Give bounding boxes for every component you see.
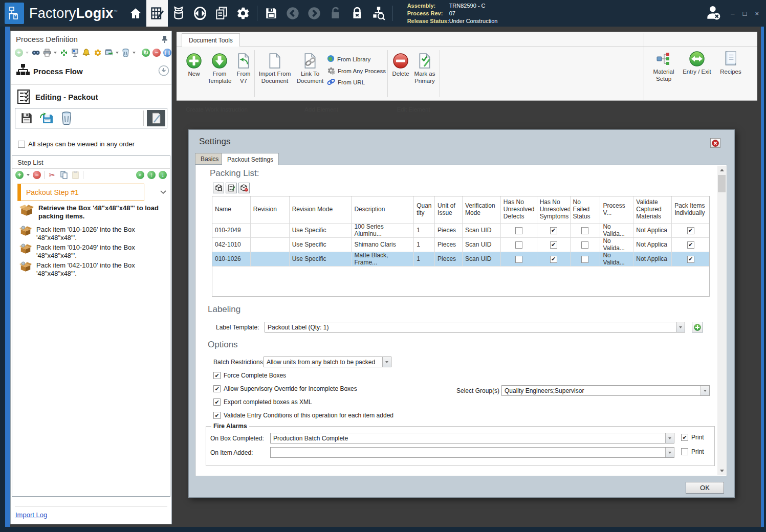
export-xml-checkbox[interactable]: [213, 398, 221, 406]
save-as-icon[interactable]: [38, 110, 55, 126]
dialog-close-button[interactable]: [710, 138, 720, 148]
from-library-button[interactable]: From Library: [327, 55, 370, 63]
add-label-template-button[interactable]: [692, 322, 703, 332]
chevron-down-icon[interactable]: [676, 322, 685, 332]
on-box-print-row[interactable]: Print: [681, 434, 704, 441]
ok-button[interactable]: OK: [686, 482, 724, 494]
delete-step-icon[interactable]: [58, 110, 75, 126]
refresh-icon[interactable]: ↻: [142, 49, 150, 57]
col-header[interactable]: Pack Items Individually: [672, 196, 709, 223]
table-row[interactable]: 010-2049 Use Specific 100 Series Aluminu…: [212, 224, 709, 238]
validate-entry-checkbox[interactable]: [213, 412, 221, 419]
bell-icon[interactable]: [82, 48, 91, 57]
select-groups-select[interactable]: Quality Engineers;Supervisor: [501, 385, 710, 396]
allow-override-checkbox[interactable]: [213, 385, 221, 392]
checkbox[interactable]: [515, 256, 522, 263]
recipes-button[interactable]: Recipes: [717, 50, 745, 76]
checkbox[interactable]: [550, 256, 557, 263]
print-icon[interactable]: [42, 48, 51, 57]
col-header[interactable]: Validate Captured Materials: [633, 196, 672, 223]
save-step-icon[interactable]: [18, 110, 35, 126]
tab-document-tools[interactable]: Document Tools: [182, 33, 240, 47]
step-list-item[interactable]: Retrieve the Box '48"x48"x48"' to load p…: [19, 204, 166, 220]
col-header[interactable]: Has No Unresolved Symptoms: [537, 196, 571, 223]
save-icon[interactable]: [260, 0, 282, 27]
on-item-print-row[interactable]: Print: [681, 448, 704, 455]
copy-icon[interactable]: [59, 170, 68, 179]
pin-icon[interactable]: [161, 35, 168, 46]
validate-icon[interactable]: [59, 48, 68, 57]
allow-override-row[interactable]: Allow Supervisory Override for Incomplet…: [213, 385, 357, 392]
entry-exit-button[interactable]: Entry / Exit: [680, 50, 714, 76]
documents-icon[interactable]: [211, 0, 232, 27]
checkbox[interactable]: [515, 227, 522, 234]
chevron-down-icon[interactable]: [382, 357, 391, 367]
sync-icon[interactable]: [189, 0, 211, 27]
export-window-icon[interactable]: [104, 48, 113, 57]
from-url-button[interactable]: From URL: [327, 78, 365, 86]
checkbox[interactable]: [687, 227, 694, 234]
from-any-process-button[interactable]: From Any Process: [327, 66, 386, 76]
view-order-checkbox-row[interactable]: All steps can be viewed in any order: [18, 140, 135, 148]
table-row-selected[interactable]: 010-1026 Use Specific Matte Black, Frame…: [212, 252, 709, 267]
checkbox[interactable]: [581, 227, 588, 234]
import-log-link[interactable]: Import Log: [15, 511, 47, 519]
from-v7-button[interactable]: From V7: [234, 52, 253, 85]
process-search-icon[interactable]: [368, 0, 389, 27]
tab-basics[interactable]: Basics: [195, 153, 224, 165]
material-setup-button[interactable]: Material Setup: [650, 50, 677, 83]
move-down-icon[interactable]: ↓: [159, 171, 167, 179]
trash-icon[interactable]: [121, 48, 130, 57]
find-material-icon[interactable]: [213, 183, 224, 193]
mark-as-primary-button[interactable]: Mark as Primary: [412, 52, 437, 85]
import-from-document-button[interactable]: Import From Document: [256, 52, 293, 85]
step-list-item[interactable]: Pack item '010-1026' into the Box '48"x4…: [19, 226, 166, 242]
process-definition-icon[interactable]: [146, 0, 168, 27]
remove-icon[interactable]: −: [152, 49, 161, 57]
home-icon[interactable]: [125, 0, 146, 27]
checkbox[interactable]: [550, 241, 557, 249]
col-header[interactable]: Has No Unresolved Defects: [501, 196, 537, 223]
edit-mode-button[interactable]: [147, 110, 165, 126]
export-dropdown-icon[interactable]: [116, 52, 119, 54]
col-header[interactable]: Description: [352, 196, 414, 223]
materials-icon[interactable]: [168, 0, 189, 27]
col-header[interactable]: Unit of Issue: [435, 196, 463, 223]
print-dropdown-icon[interactable]: [54, 52, 57, 54]
chevron-down-icon[interactable]: [665, 433, 674, 443]
label-template-select[interactable]: Packout Label (Qty: 1): [265, 322, 685, 332]
col-header[interactable]: Revision: [251, 196, 290, 223]
collapse-circle-icon[interactable]: [158, 65, 169, 78]
force-complete-checkbox[interactable]: [213, 372, 221, 379]
zoom-step-icon[interactable]: ⌕: [136, 171, 144, 179]
sign-board-icon[interactable]: [71, 48, 79, 57]
remove-material-icon[interactable]: [238, 183, 250, 193]
checkbox[interactable]: [550, 227, 557, 234]
view-order-checkbox[interactable]: [18, 141, 25, 148]
process-flow-label[interactable]: Process Flow: [33, 67, 83, 76]
find-icon[interactable]: [31, 48, 40, 57]
force-complete-boxes-row[interactable]: Force Complete Boxes: [213, 372, 286, 379]
table-row[interactable]: 042-1010 Use Specific Shimano Claris 1 P…: [212, 238, 709, 252]
on-box-completed-select[interactable]: Production Batch Complete: [270, 433, 674, 444]
from-template-button[interactable]: From Template: [206, 52, 233, 85]
checkbox[interactable]: [687, 241, 694, 249]
chevron-down-icon[interactable]: [701, 386, 709, 395]
selected-step[interactable]: Packout Step #1: [17, 184, 144, 201]
scrollbar-thumb[interactable]: [718, 175, 726, 192]
col-header[interactable]: Process V...: [600, 196, 633, 223]
user-signout-icon[interactable]: [704, 4, 721, 23]
step-list-item[interactable]: Pack item '042-1010' into the Box '48"x4…: [19, 261, 166, 278]
edit-list-icon[interactable]: [226, 183, 237, 193]
batch-restrictions-select[interactable]: Allow units from any batch to be packed: [264, 357, 391, 367]
trash-dropdown-icon[interactable]: [133, 52, 136, 54]
settings-gear-icon[interactable]: [232, 0, 254, 27]
remove-step-icon[interactable]: −: [33, 171, 41, 179]
scroll-down-button[interactable]: [717, 467, 726, 475]
on-item-print-checkbox[interactable]: [681, 448, 688, 455]
chevron-down-icon[interactable]: [665, 448, 674, 457]
scroll-up-button[interactable]: [717, 166, 726, 174]
checkbox[interactable]: [687, 256, 694, 263]
delete-element-button[interactable]: Delete: [390, 52, 411, 78]
vertical-scrollbar[interactable]: [717, 166, 726, 475]
